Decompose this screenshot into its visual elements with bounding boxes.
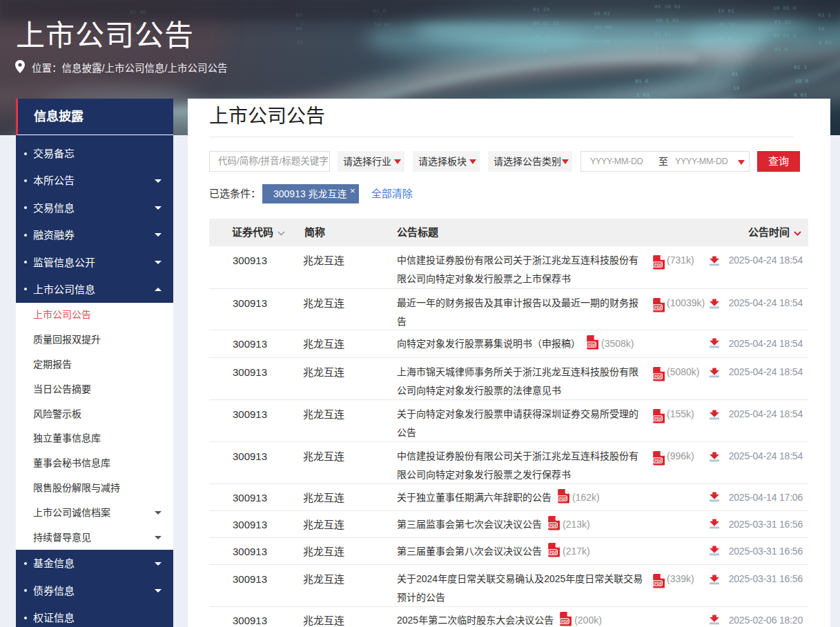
svg-text:10 01: 10 01 bbox=[594, 10, 610, 17]
svg-text:PDF: PDF bbox=[549, 550, 558, 555]
svg-text:10: 10 bbox=[733, 85, 740, 91]
svg-text:0 01: 0 01 bbox=[794, 92, 807, 98]
svg-text:01 0: 01 0 bbox=[635, 78, 648, 84]
svg-text:PDF: PDF bbox=[559, 497, 567, 501]
svg-text:PDF: PDF bbox=[561, 619, 569, 624]
svg-text:01 10 01: 01 10 01 bbox=[654, 3, 681, 10]
svg-text:10 01: 10 01 bbox=[718, 8, 734, 14]
svg-text:01 11: 01 11 bbox=[774, 19, 791, 25]
svg-text:PDF: PDF bbox=[654, 459, 663, 463]
svg-text:00 01 11: 00 01 11 bbox=[533, 20, 560, 26]
svg-text:01 1: 01 1 bbox=[818, 12, 831, 18]
svg-text:PDF: PDF bbox=[654, 417, 663, 421]
svg-text:1 01: 1 01 bbox=[636, 92, 649, 98]
svg-text:PDF: PDF bbox=[654, 306, 663, 310]
svg-text:00: 00 bbox=[295, 26, 302, 32]
svg-text:01 11: 01 11 bbox=[719, 21, 736, 28]
svg-text:PDF: PDF bbox=[588, 343, 596, 347]
svg-text:01 10: 01 10 bbox=[535, 34, 551, 40]
svg-text:00 01: 00 01 bbox=[718, 35, 734, 41]
svg-text:PDF: PDF bbox=[654, 375, 663, 379]
svg-text:01 01: 01 01 bbox=[654, 31, 671, 37]
svg-text:01 10: 01 10 bbox=[533, 6, 549, 12]
svg-text:01 00: 01 00 bbox=[595, 24, 612, 30]
svg-text:01 1: 01 1 bbox=[794, 64, 807, 70]
svg-text:01 0: 01 0 bbox=[373, 8, 386, 14]
svg-text:10 01 0: 10 01 0 bbox=[773, 5, 797, 11]
svg-text:PDF: PDF bbox=[654, 581, 663, 586]
svg-text:01 0: 01 0 bbox=[774, 46, 788, 52]
svg-text:0 11: 0 11 bbox=[656, 45, 669, 51]
svg-text:10 0: 10 0 bbox=[795, 78, 808, 84]
svg-text:00 01 1: 00 01 1 bbox=[773, 32, 797, 39]
svg-text:1 0: 1 0 bbox=[537, 48, 547, 54]
svg-text:00 1 01: 00 1 01 bbox=[656, 17, 679, 23]
svg-text:10 01: 10 01 bbox=[374, 21, 391, 28]
svg-text:11 01: 11 01 bbox=[594, 38, 610, 44]
svg-text:0 01: 0 01 bbox=[819, 39, 832, 46]
svg-text:10: 10 bbox=[818, 26, 825, 32]
svg-text:PDF: PDF bbox=[654, 263, 663, 267]
svg-text:01: 01 bbox=[295, 12, 302, 18]
svg-text:11: 11 bbox=[297, 39, 304, 46]
svg-text:01: 01 bbox=[732, 71, 739, 77]
svg-text:PDF: PDF bbox=[549, 524, 558, 528]
